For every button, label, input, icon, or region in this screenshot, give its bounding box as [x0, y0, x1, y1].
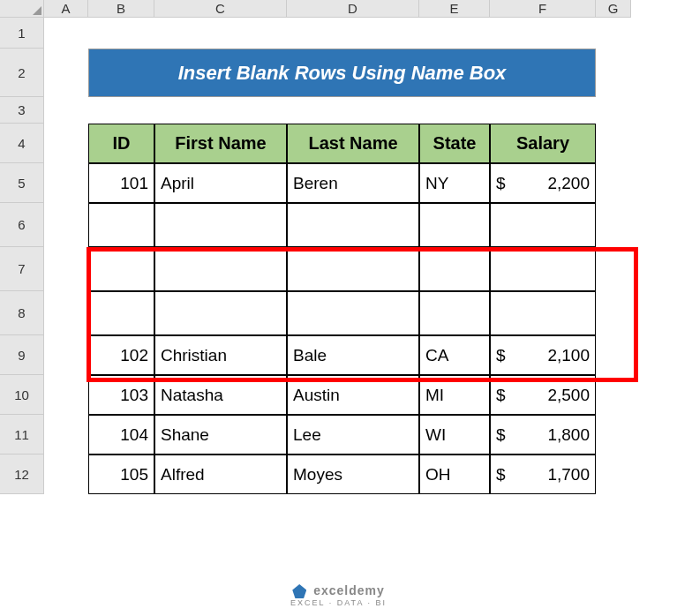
col-header-c[interactable]: C — [154, 0, 287, 18]
cell-first[interactable]: April — [154, 163, 287, 203]
cell-last[interactable]: Moyes — [287, 454, 419, 494]
row-header-11[interactable]: 11 — [0, 415, 44, 454]
select-all-corner[interactable] — [0, 0, 44, 18]
col-header-g[interactable]: G — [596, 0, 631, 18]
th-last-name[interactable]: Last Name — [287, 124, 419, 163]
cell-last[interactable] — [287, 291, 419, 335]
cell-first[interactable] — [154, 291, 287, 335]
cell-salary[interactable]: $1,800 — [490, 415, 596, 454]
cell-id[interactable] — [88, 291, 154, 335]
cell-id[interactable] — [88, 203, 154, 247]
row-header-3[interactable]: 3 — [0, 97, 44, 124]
th-salary[interactable]: Salary — [490, 124, 596, 163]
cell-id[interactable]: 103 — [88, 375, 154, 415]
cell-id[interactable]: 105 — [88, 454, 154, 494]
col-header-f[interactable]: F — [490, 0, 596, 18]
cell-id[interactable]: 102 — [88, 335, 154, 375]
row-header-7[interactable]: 7 — [0, 247, 44, 291]
col-header-b[interactable]: B — [88, 0, 154, 18]
row-header-8[interactable]: 8 — [0, 291, 44, 335]
cell-state[interactable]: OH — [419, 454, 490, 494]
cell-state[interactable]: WI — [419, 415, 490, 454]
th-first-name[interactable]: First Name — [154, 124, 287, 163]
th-state[interactable]: State — [419, 124, 490, 163]
row-header-9[interactable]: 9 — [0, 335, 44, 375]
cell-id[interactable]: 101 — [88, 163, 154, 203]
cell-first[interactable]: Shane — [154, 415, 287, 454]
col-header-e[interactable]: E — [419, 0, 490, 18]
cell-state[interactable] — [419, 203, 490, 247]
cell-last[interactable]: Bale — [287, 335, 419, 375]
cell-last[interactable]: Beren — [287, 163, 419, 203]
cell-salary[interactable]: $2,500 — [490, 375, 596, 415]
cell-salary[interactable]: $1,700 — [490, 454, 596, 494]
cell-id[interactable] — [88, 247, 154, 291]
exceldemy-logo-icon — [292, 584, 306, 598]
watermark: exceldemy EXCEL · DATA · BI — [0, 583, 677, 607]
cell-state[interactable]: CA — [419, 335, 490, 375]
cell-first[interactable]: Alfred — [154, 454, 287, 494]
cell-salary[interactable] — [490, 203, 596, 247]
th-id[interactable]: ID — [88, 124, 154, 163]
cell-last[interactable] — [287, 203, 419, 247]
watermark-text: exceldemy — [313, 583, 385, 597]
cell-salary[interactable] — [490, 247, 596, 291]
cell-first[interactable] — [154, 203, 287, 247]
cell-state[interactable]: MI — [419, 375, 490, 415]
row-header-12[interactable]: 12 — [0, 454, 44, 494]
row-header-6[interactable]: 6 — [0, 203, 44, 247]
col-header-a[interactable]: A — [44, 0, 88, 18]
row-header-5[interactable]: 5 — [0, 163, 44, 203]
row-header-2[interactable]: 2 — [0, 49, 44, 97]
cell-first[interactable] — [154, 247, 287, 291]
spreadsheet-grid: A B C D E F G 1 2 3 4 5 6 7 8 9 10 11 12… — [0, 0, 677, 494]
col-header-d[interactable]: D — [287, 0, 419, 18]
cell-last[interactable]: Lee — [287, 415, 419, 454]
cell-state[interactable]: NY — [419, 163, 490, 203]
cell-salary[interactable] — [490, 291, 596, 335]
watermark-sub: EXCEL · DATA · BI — [0, 598, 677, 607]
cell-first[interactable]: Natasha — [154, 375, 287, 415]
row-header-10[interactable]: 10 — [0, 375, 44, 415]
cell-salary[interactable]: $2,100 — [490, 335, 596, 375]
cell-id[interactable]: 104 — [88, 415, 154, 454]
cell-first[interactable]: Christian — [154, 335, 287, 375]
cell-last[interactable]: Austin — [287, 375, 419, 415]
cell-state[interactable] — [419, 247, 490, 291]
row-header-4[interactable]: 4 — [0, 124, 44, 163]
title-banner[interactable]: Insert Blank Rows Using Name Box — [88, 49, 596, 97]
row-header-1[interactable]: 1 — [0, 18, 44, 49]
cell-state[interactable] — [419, 291, 490, 335]
cell-last[interactable] — [287, 247, 419, 291]
cell-salary[interactable]: $2,200 — [490, 163, 596, 203]
